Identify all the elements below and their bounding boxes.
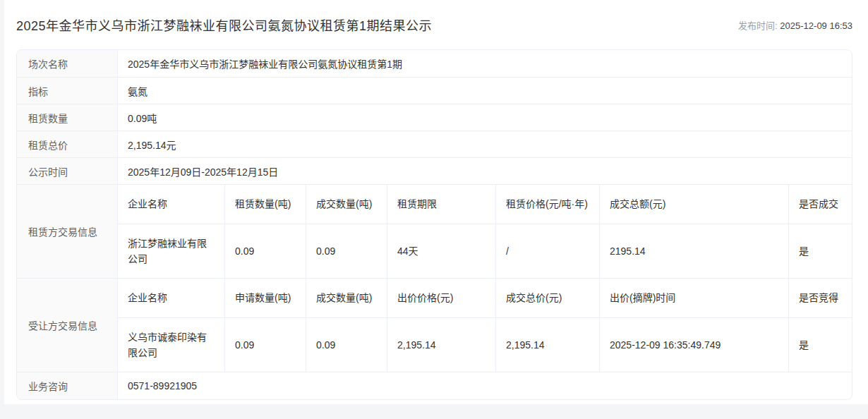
row-value: 2025年12月09日-2025年12月15日 [117,158,852,184]
table-row: 租赁总价 2,195.14元 [17,130,852,157]
header-cell: 企业名称 [118,185,224,224]
header-cell: 出价(摘牌)时间 [599,279,788,317]
transferee-data-row: 义乌市诚泰印染有限公司 0.09 0.09 2,195.14 2,195.14 … [118,318,852,372]
row-value: 氨氮 [117,78,852,104]
header-cell: 成交总价(元) [495,279,599,317]
row-label: 业务咨询 [17,372,117,399]
data-cell: 0.09 [224,224,306,278]
data-cell: 浙江梦融袜业有限公司 [118,224,224,278]
row-value: 2025年金华市义乌市浙江梦融袜业有限公司氨氮协议租赁第1期 [117,50,852,77]
data-cell: 0.09 [306,224,387,278]
data-cell: 2,195.14 [387,318,495,372]
data-cell: 2,195.14 [495,318,599,372]
header-cell: 是否成交 [788,185,852,224]
table-row: 指标 氨氮 [17,77,852,104]
table-row: 场次名称 2025年金华市义乌市浙江梦融袜业有限公司氨氮协议租赁第1期 [17,50,852,77]
table-row: 业务咨询 0571-89921905 [17,372,852,399]
lessor-section-row: 租赁方交易信息 企业名称 租赁数量(吨) 成交数量(吨) 租赁期限 租赁价格(元… [17,184,852,278]
data-cell: 2025-12-09 16:35:49.749 [599,318,788,372]
data-cell: 是 [788,224,852,278]
header-cell: 成交数量(吨) [306,279,387,317]
row-value: 0.09吨 [117,104,852,130]
lessor-header-row: 企业名称 租赁数量(吨) 成交数量(吨) 租赁期限 租赁价格(元/吨·年) 成交… [118,185,852,224]
row-label: 租赁总价 [17,131,117,157]
lessor-data-row: 浙江梦融袜业有限公司 0.09 0.09 44天 / 2195.14 是 [118,224,852,278]
data-cell: 是 [788,318,852,372]
header-cell: 成交总额(元) [599,185,788,224]
transferee-header-row: 企业名称 申请数量(吨) 成交数量(吨) 出价价格(元) 成交总价(元) 出价(… [118,279,852,318]
data-cell: 0.09 [224,318,306,372]
publish-time-label: 发布时间: [738,20,778,31]
result-table: 场次名称 2025年金华市义乌市浙江梦融袜业有限公司氨氮协议租赁第1期 指标 氨… [16,49,852,400]
transferee-nested-table: 企业名称 申请数量(吨) 成交数量(吨) 出价价格(元) 成交总价(元) 出价(… [117,279,852,372]
table-row: 公示时间 2025年12月09日-2025年12月15日 [17,157,852,184]
header-cell: 申请数量(吨) [224,279,306,317]
data-cell: 44天 [387,224,495,278]
data-cell: 0.09 [306,318,387,372]
row-label: 租赁数量 [17,104,117,130]
lessor-nested-table: 企业名称 租赁数量(吨) 成交数量(吨) 租赁期限 租赁价格(元/吨·年) 成交… [117,185,852,278]
header-cell: 成交数量(吨) [306,185,387,224]
header-cell: 出价价格(元) [387,279,495,317]
row-value: 0571-89921905 [117,372,852,399]
data-cell: / [495,224,599,278]
data-cell: 义乌市诚泰印染有限公司 [118,318,224,372]
row-label: 场次名称 [17,50,117,77]
header-cell: 租赁数量(吨) [224,185,306,224]
row-label: 受让方交易信息 [17,279,117,372]
header-cell: 是否竞得 [788,279,852,317]
table-row: 租赁数量 0.09吨 [17,104,852,130]
row-label: 公示时间 [17,158,117,184]
announcement-card: 2025年金华市义乌市浙江梦融袜业有限公司氨氮协议租赁第1期结果公示 发布时间:… [4,0,868,404]
data-cell: 2195.14 [599,224,788,278]
page-title: 2025年金华市义乌市浙江梦融袜业有限公司氨氮协议租赁第1期结果公示 [16,16,432,34]
row-label: 租赁方交易信息 [17,185,117,278]
header-cell: 企业名称 [118,279,224,317]
header-cell: 租赁价格(元/吨·年) [495,185,599,224]
row-label: 指标 [17,78,117,104]
transferee-section-row: 受让方交易信息 企业名称 申请数量(吨) 成交数量(吨) 出价价格(元) 成交总… [17,278,852,372]
header-cell: 租赁期限 [387,185,495,224]
publish-time-value: 2025-12-09 16:53 [780,20,852,31]
publish-time: 发布时间: 2025-12-09 16:53 [738,18,852,32]
row-value: 2,195.14元 [117,131,852,157]
page-header: 2025年金华市义乌市浙江梦融袜业有限公司氨氮协议租赁第1期结果公示 发布时间:… [16,0,852,49]
